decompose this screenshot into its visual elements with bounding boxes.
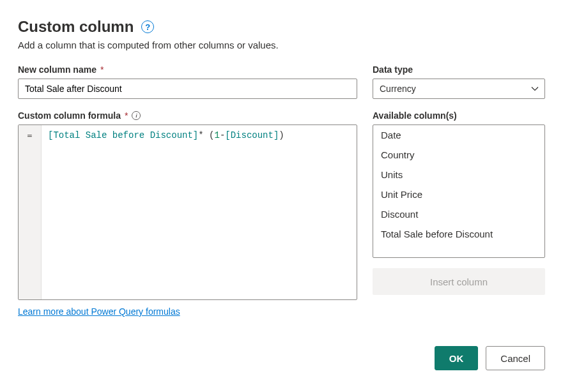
list-item[interactable]: Country — [373, 145, 544, 165]
required-indicator: * — [125, 110, 128, 121]
learn-more-link[interactable]: Learn more about Power Query formulas — [18, 306, 180, 317]
formula-gutter: = — [19, 125, 42, 299]
insert-column-button[interactable]: Insert column — [373, 268, 545, 295]
cancel-button[interactable]: Cancel — [486, 346, 545, 370]
available-columns-list[interactable]: DateCountryUnitsUnit PriceDiscountTotal … — [373, 124, 545, 258]
data-type-select[interactable]: Currency — [373, 79, 545, 99]
column-name-label: New column name * — [18, 64, 357, 75]
ok-button[interactable]: OK — [435, 346, 479, 370]
available-columns-label: Available column(s) — [373, 110, 545, 121]
list-item[interactable]: Unit Price — [373, 185, 544, 204]
help-icon[interactable]: ? — [141, 20, 154, 33]
list-item[interactable]: Discount — [373, 204, 544, 224]
formula-input[interactable]: [Total Sale before Discount]* (1-[Discou… — [42, 125, 357, 299]
list-item[interactable]: Total Sale before Discount — [373, 224, 544, 244]
column-name-input[interactable] — [18, 79, 357, 99]
info-icon[interactable]: i — [132, 111, 141, 120]
list-item[interactable]: Date — [373, 125, 544, 145]
required-indicator: * — [100, 64, 104, 75]
dialog-subtitle: Add a column that is computed from other… — [18, 40, 545, 50]
data-type-label: Data type — [373, 64, 545, 75]
list-item[interactable]: Units — [373, 165, 544, 185]
dialog-title: Custom column — [18, 18, 134, 36]
formula-label: Custom column formula * i — [18, 110, 357, 121]
formula-editor[interactable]: = [Total Sale before Discount]* (1-[Disc… — [18, 124, 357, 300]
